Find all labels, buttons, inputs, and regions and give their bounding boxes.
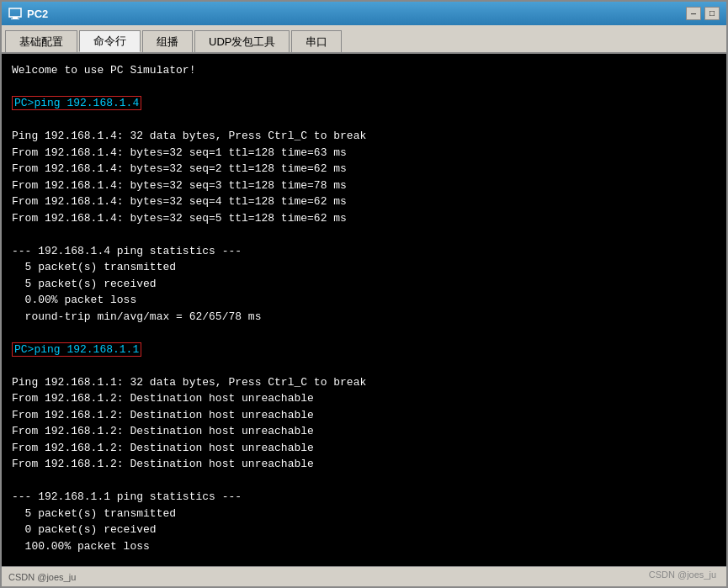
terminal-line: 100.00% packet loss [12, 538, 716, 555]
command-line-2: PC>ping 192.168.1.1 [12, 342, 716, 358]
terminal-line: Ping 192.168.1.4: 32 data bytes, Press C… [12, 128, 716, 145]
terminal-line: --- 192.168.1.4 ping statistics --- [12, 243, 716, 260]
tab-bar: 基础配置 命令行 组播 UDP发包工具 串口 [2, 25, 726, 54]
terminal-line: 0.00% packet loss [12, 292, 716, 309]
main-window: PC2 — □ 基础配置 命令行 组播 UDP发包工具 串口 Welcome t… [0, 0, 728, 588]
terminal-line: From 192.168.1.2: Destination host unrea… [12, 440, 716, 457]
terminal-line: From 192.168.1.4: bytes=32 seq=2 ttl=128… [12, 161, 716, 177]
terminal-line: From 192.168.1.4: bytes=32 seq=3 ttl=128… [12, 177, 716, 194]
terminal-line: From 192.168.1.2: Destination host unrea… [12, 456, 716, 473]
tab-jichu[interactable]: 基础配置 [5, 30, 77, 52]
terminal-line: Welcome to use PC Simulator! [12, 62, 716, 79]
title-bar: PC2 — □ [2, 2, 726, 25]
terminal-line: From 192.168.1.2: Destination host unrea… [12, 423, 716, 440]
terminal-line: From 192.168.1.4: bytes=32 seq=5 ttl=128… [12, 210, 716, 227]
title-bar-left: PC2 [8, 7, 48, 20]
terminal-line-empty [12, 112, 716, 129]
terminal-line: Ping 192.168.1.1: 32 data bytes, Press C… [12, 374, 716, 391]
svg-rect-2 [11, 19, 19, 19]
terminal-line: 0 packet(s) received [12, 522, 716, 538]
tab-chuankou[interactable]: 串口 [291, 30, 342, 52]
tab-zubo[interactable]: 组播 [142, 30, 193, 52]
terminal-line: From 192.168.1.4: bytes=32 seq=4 ttl=128… [12, 193, 716, 210]
terminal-line: round-trip min/avg/max = 62/65/78 ms [12, 309, 716, 326]
terminal-area[interactable]: Welcome to use PC Simulator! PC>ping 192… [2, 54, 726, 566]
terminal-line-empty [12, 473, 716, 490]
bottom-bar: CSDN @joes_ju [2, 566, 726, 586]
minimize-button[interactable]: — [686, 7, 701, 20]
command-box-1: PC>ping 192.168.1.4 [12, 96, 141, 110]
maximize-button[interactable]: □ [704, 7, 720, 20]
svg-rect-1 [13, 17, 18, 19]
terminal-line: From 192.168.1.4: bytes=32 seq=1 ttl=128… [12, 145, 716, 162]
terminal-line-empty [12, 358, 716, 374]
terminal-line: From 192.168.1.2: Destination host unrea… [12, 407, 716, 424]
terminal-line-empty [12, 554, 716, 566]
terminal-line-empty [12, 325, 716, 342]
command-line-1: PC>ping 192.168.1.4 [12, 95, 716, 112]
terminal-line: 5 packet(s) received [12, 276, 716, 293]
terminal-line-empty [12, 79, 716, 96]
terminal-line: From 192.168.1.2: Destination host unrea… [12, 390, 716, 407]
watermark: CSDN @joes_ju [8, 572, 76, 582]
terminal-line: 5 packet(s) transmitted [12, 506, 716, 522]
title-controls: — □ [686, 7, 720, 20]
tab-mingling[interactable]: 命令行 [79, 30, 141, 52]
terminal-line: --- 192.168.1.1 ping statistics --- [12, 489, 716, 506]
terminal-line: 5 packet(s) transmitted [12, 259, 716, 276]
pc-icon [8, 7, 22, 20]
terminal-line-empty [12, 226, 716, 243]
svg-rect-0 [9, 8, 21, 17]
window-title: PC2 [27, 8, 48, 20]
command-box-2: PC>ping 192.168.1.1 [12, 342, 141, 357]
tab-udp[interactable]: UDP发包工具 [194, 30, 290, 52]
